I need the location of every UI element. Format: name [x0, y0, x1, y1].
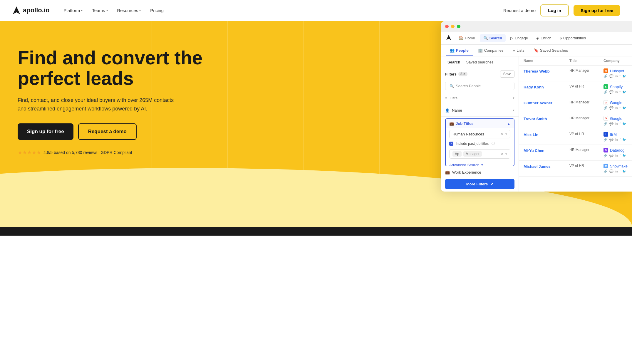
- facebook-icon[interactable]: f: [620, 106, 621, 110]
- nav-pricing[interactable]: Pricing: [150, 8, 164, 13]
- app-nav-engage[interactable]: ▷ Engage: [507, 34, 532, 42]
- twitter-icon[interactable]: 🐦: [622, 154, 626, 157]
- company-link-2[interactable]: Google: [610, 100, 622, 105]
- panel-tab-search[interactable]: Search: [445, 59, 462, 66]
- hero-content: Find and convert the perfect leads Find,…: [18, 39, 223, 156]
- advanced-search-row[interactable]: Advanced Search ▾: [446, 161, 514, 166]
- hero-demo-button[interactable]: Request a demo: [78, 123, 137, 140]
- seniority-dropdown-icon[interactable]: ▾: [505, 152, 507, 156]
- twitter-icon[interactable]: 🐦: [622, 106, 626, 110]
- filter-row-name[interactable]: 👤Name ▾: [441, 106, 519, 115]
- linkedin-icon[interactable]: in: [615, 74, 618, 78]
- work-experience-row[interactable]: 💼 Work Experience: [441, 168, 519, 177]
- social-icons-4: 🔗 💬 in f 🐦: [603, 138, 627, 142]
- include-past-checkbox[interactable]: ✓: [449, 142, 453, 146]
- search-people-input[interactable]: 🔍: [445, 82, 514, 90]
- window-close-dot[interactable]: [445, 25, 449, 28]
- tab-saved-searches[interactable]: 🔖 Saved Searches: [530, 46, 572, 56]
- link-icon[interactable]: 🔗: [603, 138, 608, 142]
- link-icon[interactable]: 🔗: [603, 122, 608, 126]
- link-icon[interactable]: 🔗: [603, 170, 608, 173]
- twitter-icon[interactable]: 🐦: [622, 122, 626, 126]
- person-link-5[interactable]: Mi-Yu Chen: [524, 148, 544, 153]
- company-link-1[interactable]: Shopify: [610, 85, 623, 89]
- save-button[interactable]: Save: [500, 71, 514, 78]
- job-titles-header[interactable]: 💼 Job Titles ▲: [446, 119, 514, 128]
- panel-tab-saved[interactable]: Saved searches: [464, 59, 496, 66]
- message-icon[interactable]: 💬: [609, 170, 613, 173]
- people-search-field[interactable]: [456, 84, 510, 88]
- app-nav-home[interactable]: 🏠 Home: [455, 34, 479, 42]
- linkedin-icon[interactable]: in: [615, 106, 618, 110]
- message-icon[interactable]: 💬: [609, 138, 613, 142]
- facebook-icon[interactable]: f: [620, 170, 621, 173]
- filter-section-lists: ≡Lists ▾: [441, 92, 519, 104]
- linkedin-icon[interactable]: in: [615, 90, 618, 94]
- app-nav: 🏠 Home 🔍 Search ▷ Engage ◈ Enrich $ Oppo…: [441, 32, 632, 45]
- twitter-icon[interactable]: 🐦: [622, 90, 626, 94]
- window-maximize-dot[interactable]: [457, 25, 460, 28]
- result-title-6: VP of HR: [569, 164, 599, 168]
- window-minimize-dot[interactable]: [451, 25, 455, 28]
- signup-button[interactable]: Sign up for free: [574, 5, 620, 16]
- person-link-1[interactable]: Kady Kohn: [524, 85, 544, 89]
- message-icon[interactable]: 💬: [609, 90, 613, 94]
- seniority-chips: Vp Manager: [452, 151, 482, 157]
- job-titles-label: 💼 Job Titles: [449, 121, 473, 126]
- tab-people[interactable]: 👥 People: [446, 46, 473, 56]
- tab-lists[interactable]: ≡ Lists: [509, 46, 528, 56]
- more-filters-button[interactable]: More Filters ↗: [445, 179, 514, 189]
- result-name-5: Mi-Yu Chen: [524, 148, 565, 153]
- company-link-4[interactable]: IBM: [610, 132, 617, 137]
- chevron-down-icon: ▾: [106, 9, 108, 12]
- saved-searches-icon: 🔖: [534, 48, 539, 53]
- nav-platform[interactable]: Platform ▾: [63, 8, 83, 13]
- linkedin-icon[interactable]: in: [615, 138, 618, 142]
- link-icon[interactable]: 🔗: [603, 106, 608, 110]
- remove-tag-button[interactable]: ✕: [501, 132, 504, 136]
- nav-teams[interactable]: Teams ▾: [92, 8, 108, 13]
- company-link-5[interactable]: Datadog: [610, 148, 624, 152]
- facebook-icon[interactable]: f: [620, 138, 621, 142]
- hero-signup-button[interactable]: Sign up for free: [18, 123, 73, 140]
- app-nav-enrich[interactable]: ◈ Enrich: [533, 34, 555, 42]
- filter-row-lists[interactable]: ≡Lists ▾: [441, 94, 519, 102]
- filter-count-badge[interactable]: 3 ×: [458, 72, 467, 76]
- remove-seniority-button[interactable]: ✕: [501, 152, 504, 156]
- app-nav-opportunities[interactable]: $ Opportunities: [556, 34, 590, 42]
- company-link-3[interactable]: Google: [610, 116, 622, 121]
- tag-dropdown-icon[interactable]: ▾: [505, 132, 507, 136]
- login-button[interactable]: Log in: [540, 4, 569, 16]
- request-demo-button[interactable]: Request a demo: [503, 8, 536, 13]
- twitter-icon[interactable]: 🐦: [622, 138, 626, 142]
- linkedin-icon[interactable]: in: [615, 154, 618, 157]
- linkedin-icon[interactable]: in: [615, 122, 618, 126]
- result-title-2: HR Manager: [569, 100, 599, 104]
- message-icon[interactable]: 💬: [609, 106, 613, 110]
- person-link-0[interactable]: Theresa Webb: [524, 69, 550, 73]
- facebook-icon[interactable]: f: [620, 154, 621, 157]
- message-icon[interactable]: 💬: [609, 154, 613, 157]
- facebook-icon[interactable]: f: [620, 90, 621, 94]
- twitter-icon[interactable]: 🐦: [622, 74, 626, 78]
- app-nav-search[interactable]: 🔍 Search: [480, 34, 506, 42]
- person-link-2[interactable]: Gunther Ackner: [524, 101, 552, 105]
- facebook-icon[interactable]: f: [620, 122, 621, 126]
- message-icon[interactable]: 💬: [609, 74, 613, 78]
- link-icon[interactable]: 🔗: [603, 90, 608, 94]
- facebook-icon[interactable]: f: [620, 74, 621, 78]
- linkedin-icon[interactable]: in: [615, 170, 618, 173]
- person-link-3[interactable]: Trevor Smith: [524, 117, 547, 121]
- person-link-6[interactable]: Michael James: [524, 164, 551, 169]
- company-name-3: G Google: [603, 116, 627, 121]
- person-link-4[interactable]: Alex Lin: [524, 132, 539, 137]
- company-link-6[interactable]: Snowflake: [610, 164, 628, 168]
- twitter-icon[interactable]: 🐦: [622, 170, 626, 173]
- message-icon[interactable]: 💬: [609, 122, 613, 126]
- tab-companies[interactable]: 🏢 Companies: [474, 46, 508, 56]
- logo[interactable]: apollo.io: [12, 6, 49, 15]
- link-icon[interactable]: 🔗: [603, 154, 608, 157]
- link-icon[interactable]: 🔗: [603, 74, 608, 78]
- company-link-0[interactable]: Hubspot: [610, 69, 624, 73]
- nav-resources[interactable]: Resources ▾: [117, 8, 141, 13]
